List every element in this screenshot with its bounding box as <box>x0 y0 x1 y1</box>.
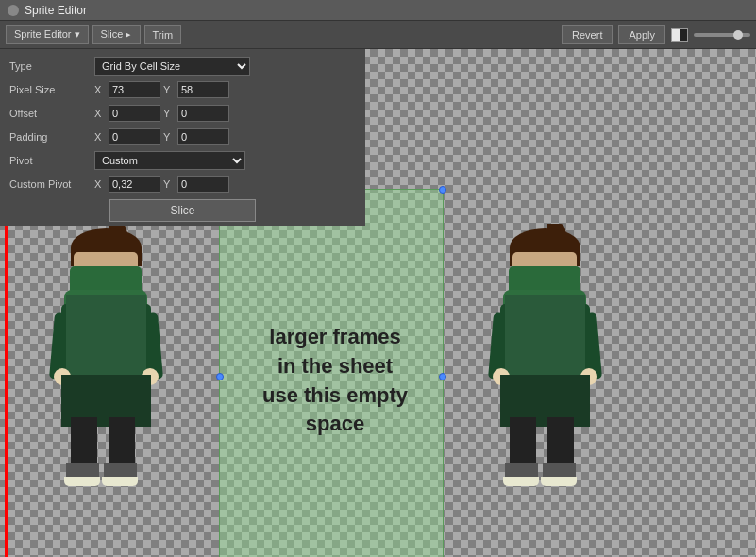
type-row: Type Grid By Cell Size <box>9 57 356 76</box>
offset-inputs: X Y <box>94 105 229 122</box>
pixel-size-x-input[interactable] <box>109 81 160 98</box>
leg-right-right <box>547 417 574 469</box>
title-bar-close[interactable] <box>8 5 19 16</box>
slider-track <box>694 33 750 37</box>
y-label-offset: Y <box>163 108 175 119</box>
pivot-label: Pivot <box>9 155 94 166</box>
boot-bottom-right-right <box>541 477 577 486</box>
handle-mid-right[interactable] <box>439 373 446 380</box>
color-swatch <box>671 28 688 42</box>
apply-button[interactable]: Apply <box>618 25 665 44</box>
custom-pivot-row: Custom Pivot X Y <box>9 175 356 194</box>
pixel-size-row: Pixel Size X Y <box>9 80 356 99</box>
offset-x-input[interactable] <box>109 105 160 122</box>
offset-row: Offset X Y <box>9 104 356 123</box>
pixel-char-left <box>57 228 160 502</box>
pixel-char-right <box>496 228 599 502</box>
toolbar: Sprite Editor ▾ Slice ▸ Trim Revert Appl… <box>0 21 756 49</box>
padding-inputs: X Y <box>94 128 229 145</box>
x-label-offset: X <box>94 108 106 119</box>
y-label-pixelsize: Y <box>163 84 175 95</box>
boot-bottom-left-right <box>503 477 539 486</box>
canvas-area: larger framesin the sheetuse this emptys… <box>0 49 756 557</box>
pivot-row: Pivot Custom <box>9 151 356 170</box>
padding-y-input[interactable] <box>177 128 229 145</box>
pixel-size-inputs: X Y <box>94 81 229 98</box>
leg-right-left <box>109 417 135 469</box>
slider-thumb[interactable] <box>733 30 743 40</box>
slice-button[interactable]: Slice <box>109 199 256 222</box>
leg-left-left <box>71 417 97 469</box>
custom-pivot-x-input[interactable] <box>109 176 160 193</box>
padding-row: Padding X Y <box>9 127 356 146</box>
toolbar-right: Revert Apply <box>562 25 750 44</box>
handle-mid-left[interactable] <box>216 373 224 380</box>
x-label-cpivot: X <box>94 178 106 190</box>
offset-label: Offset <box>9 108 94 119</box>
sprite-editor-menu-btn[interactable]: Sprite Editor ▾ <box>6 25 89 44</box>
boot-bottom-left-left <box>64 477 100 486</box>
slice-menu-btn[interactable]: Slice ▸ <box>92 25 141 44</box>
pixel-size-y-input[interactable] <box>177 81 229 98</box>
red-arrow-vertical <box>5 194 8 557</box>
title-bar-title: Sprite Editor <box>25 4 87 17</box>
pixel-size-label: Pixel Size <box>9 84 94 95</box>
type-select[interactable]: Grid By Cell Size <box>94 57 250 76</box>
canvas-overlay-text: larger framesin the sheetuse this emptys… <box>231 323 439 439</box>
boot-bottom-right-left <box>102 477 138 486</box>
y-label-padding: Y <box>163 131 175 143</box>
y-label-cpivot: Y <box>163 178 175 190</box>
leg-left-right <box>510 417 536 469</box>
custom-pivot-label: Custom Pivot <box>9 178 94 190</box>
sprite-character-left <box>57 228 160 502</box>
pivot-select[interactable]: Custom <box>94 151 245 170</box>
zoom-slider[interactable] <box>694 33 750 37</box>
revert-button[interactable]: Revert <box>562 25 613 44</box>
trim-btn[interactable]: Trim <box>144 25 182 44</box>
x-label-pixelsize: X <box>94 84 106 95</box>
x-label-padding: X <box>94 131 106 143</box>
handle-top-right[interactable] <box>439 186 446 194</box>
sprite-character-right <box>496 228 599 502</box>
custom-pivot-inputs: X Y <box>94 176 229 193</box>
custom-pivot-y-input[interactable] <box>177 176 229 193</box>
type-label: Type <box>9 60 94 72</box>
padding-x-input[interactable] <box>109 128 160 145</box>
settings-panel: Type Grid By Cell Size Pixel Size X Y Of… <box>0 49 365 226</box>
offset-y-input[interactable] <box>177 105 229 122</box>
title-bar: Sprite Editor <box>0 0 756 21</box>
padding-label: Padding <box>9 131 94 143</box>
